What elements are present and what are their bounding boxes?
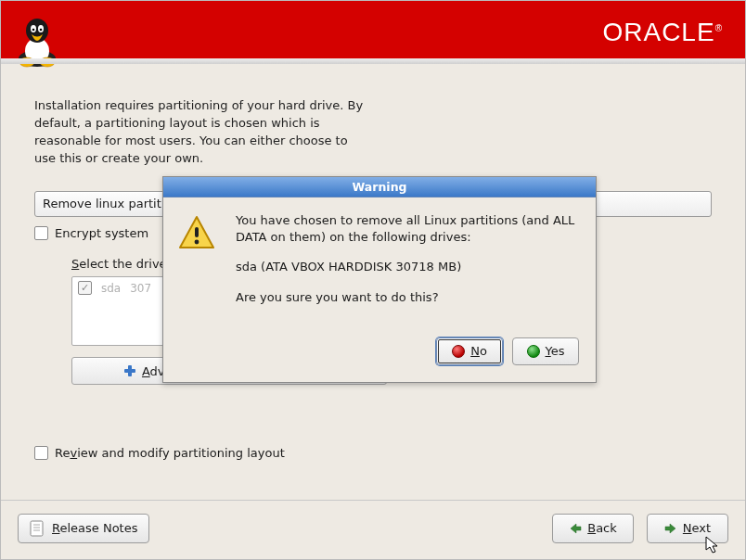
warning-dialog: Warning You have chosen to remove all Li… [162,176,597,383]
checkbox-icon[interactable] [34,446,48,460]
yes-icon [527,345,540,358]
drive-size: 307 [130,282,151,295]
checkbox-icon[interactable] [34,226,48,240]
plus-icon [123,364,136,377]
drive-dev: sda [101,282,121,295]
intro-text: Installation requires partitioning of yo… [34,97,368,167]
header: ORACLE® [1,1,745,64]
checkbox-icon[interactable]: ✓ [78,281,92,295]
review-label: Review and modify partitioning layout [55,446,285,460]
svg-point-16 [195,240,199,245]
no-button[interactable]: No [436,337,503,365]
arrow-left-icon [569,523,582,534]
dialog-text: You have chosen to remove all Linux part… [236,212,579,319]
release-notes-button[interactable]: Release Notes [18,514,149,543]
encrypt-label: Encrypt system [55,226,148,240]
oracle-logo: ORACLE® [602,18,723,47]
no-icon [452,345,465,358]
svg-rect-10 [124,369,135,373]
document-icon [30,520,45,537]
svg-point-6 [40,29,43,32]
dialog-title: Warning [163,177,596,197]
partition-method-label: Remove linux partit [43,197,161,210]
yes-button[interactable]: Yes [512,337,579,365]
footer: Release Notes Back Next [1,500,745,555]
warning-icon [176,214,217,251]
svg-rect-11 [31,521,43,536]
svg-point-5 [32,29,35,32]
back-button[interactable]: Back [552,514,634,543]
review-checkbox-row[interactable]: Review and modify partitioning layout [34,446,285,460]
svg-rect-15 [195,227,199,237]
arrow-right-icon [664,523,677,534]
next-button[interactable]: Next [647,514,728,543]
